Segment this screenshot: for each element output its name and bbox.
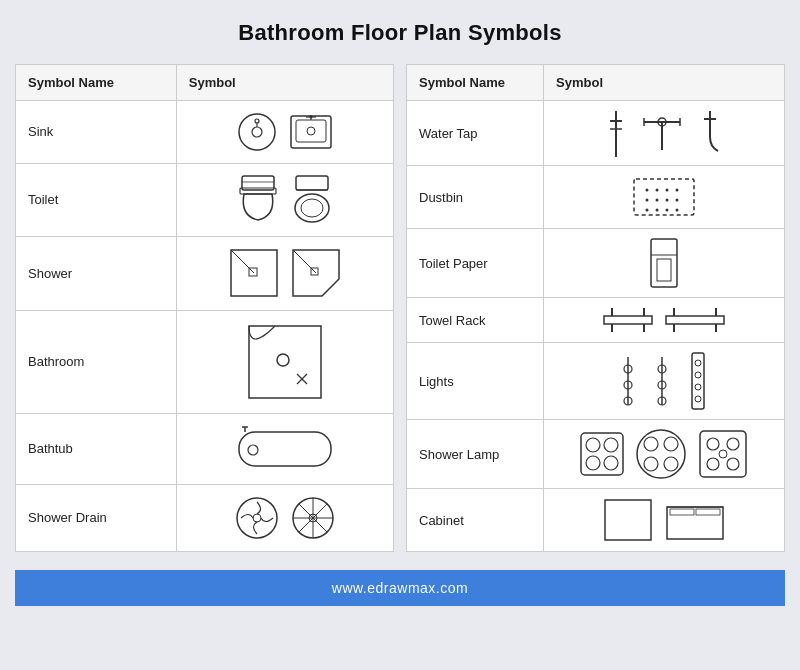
svg-point-89 [586,456,600,470]
svg-point-94 [644,457,658,471]
left-col1-header: Symbol Name [16,65,177,101]
svg-point-93 [664,437,678,451]
svg-rect-81 [692,353,704,409]
svg-point-87 [586,438,600,452]
svg-rect-102 [605,500,651,540]
svg-point-56 [646,209,649,212]
table-row: Bathroom [16,310,394,413]
row-name: Shower [16,237,177,310]
svg-point-23 [277,354,289,366]
svg-point-48 [646,189,649,192]
row-name: Bathroom [16,310,177,413]
svg-rect-63 [604,316,652,324]
svg-point-54 [666,199,669,202]
svg-rect-103 [667,507,723,539]
row-name: Shower Lamp [407,420,544,489]
row-name: Toilet Paper [407,229,544,298]
svg-point-2 [255,119,259,123]
svg-point-92 [644,437,658,451]
table-row: Towel Rack [407,298,785,343]
table-row: Shower [16,237,394,310]
svg-point-52 [646,199,649,202]
row-name: Sink [16,101,177,164]
svg-rect-5 [296,120,326,142]
svg-point-59 [676,209,679,212]
row-symbol [544,489,785,552]
page-title: Bathroom Floor Plan Symbols [238,20,561,46]
left-col2-header: Symbol [176,65,393,101]
row-name: Dustbin [407,166,544,229]
right-table: Symbol Name Symbol Water Tap [406,64,785,552]
svg-rect-47 [634,179,694,215]
svg-point-30 [237,498,277,538]
svg-rect-11 [240,188,276,194]
right-col1-header: Symbol Name [407,65,544,101]
row-symbol [176,413,393,484]
row-name: Towel Rack [407,298,544,343]
svg-rect-26 [239,432,331,466]
right-col2-header: Symbol [544,65,785,101]
row-symbol [544,420,785,489]
row-symbol [176,163,393,236]
svg-point-31 [253,514,261,522]
svg-point-58 [666,209,669,212]
svg-point-88 [604,438,618,452]
svg-line-20 [293,250,316,273]
row-name: Bathtub [16,413,177,484]
row-name: Toilet [16,163,177,236]
svg-point-55 [676,199,679,202]
svg-rect-22 [249,326,321,398]
table-row: Water Tap [407,101,785,166]
footer: www.edrawmax.com [15,570,785,606]
svg-point-9 [309,115,312,118]
svg-point-51 [676,189,679,192]
row-symbol [176,484,393,551]
row-name: Water Tap [407,101,544,166]
svg-point-91 [637,430,685,478]
table-row: Sink [16,101,394,164]
svg-rect-96 [700,431,746,477]
table-row: Shower Drain [16,484,394,551]
tables-wrapper: Symbol Name Symbol Sink [15,64,785,552]
svg-point-27 [248,445,258,455]
svg-point-53 [656,199,659,202]
svg-point-98 [727,438,739,450]
table-row: Toilet Paper [407,229,785,298]
svg-point-57 [656,209,659,212]
table-row: Toilet [16,163,394,236]
svg-rect-105 [670,509,694,515]
svg-rect-60 [651,239,677,287]
row-symbol [544,343,785,420]
row-name: Shower Drain [16,484,177,551]
row-symbol [176,310,393,413]
svg-line-18 [231,250,254,273]
svg-point-49 [656,189,659,192]
svg-point-83 [695,372,701,378]
row-name: Cabinet [407,489,544,552]
table-row: Lights [407,343,785,420]
row-symbol [544,101,785,166]
svg-point-95 [664,457,678,471]
svg-point-15 [301,199,323,217]
svg-rect-106 [696,509,720,515]
svg-point-82 [695,360,701,366]
row-symbol [544,298,785,343]
svg-point-6 [307,127,315,135]
svg-point-84 [695,384,701,390]
table-row: Dustbin [407,166,785,229]
svg-point-14 [295,194,329,222]
row-symbol [176,101,393,164]
row-symbol [544,166,785,229]
svg-point-1 [252,127,262,137]
row-name: Lights [407,343,544,420]
svg-point-50 [666,189,669,192]
svg-point-100 [727,458,739,470]
svg-rect-68 [666,316,724,324]
svg-point-101 [719,450,727,458]
row-symbol [544,229,785,298]
table-row: Shower Lamp [407,420,785,489]
svg-point-85 [695,396,701,402]
svg-rect-4 [291,116,331,148]
left-table: Symbol Name Symbol Sink [15,64,394,552]
svg-rect-13 [296,176,328,190]
